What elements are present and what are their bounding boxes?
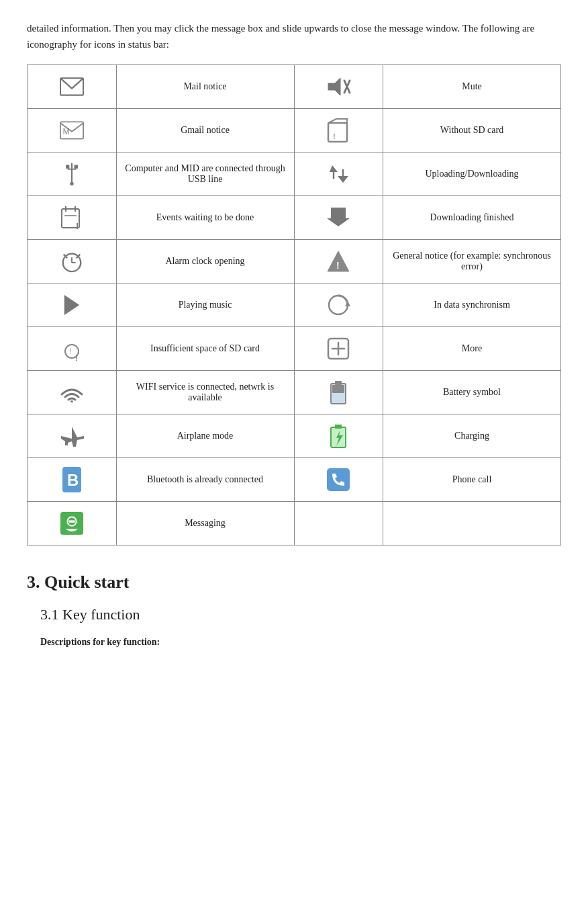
right-icon-cell xyxy=(294,327,383,371)
table-row: Messaging xyxy=(28,502,561,545)
section-3-title: 3. Quick start xyxy=(27,572,561,593)
right-icon xyxy=(300,203,378,232)
left-icon-cell xyxy=(28,240,117,283)
right-icon-cell xyxy=(294,65,383,109)
right-label-cell: Mute xyxy=(383,65,561,109)
table-row: !Events waiting to be doneDownloading fi… xyxy=(28,196,561,240)
svg-marker-13 xyxy=(330,165,338,172)
right-icon xyxy=(300,465,378,494)
left-label-cell: Playing music xyxy=(116,283,294,327)
left-icon: ! xyxy=(33,203,111,232)
left-icon xyxy=(33,159,111,189)
right-icon xyxy=(300,421,378,451)
left-icon: B xyxy=(33,465,111,494)
right-icon-cell xyxy=(294,196,383,240)
table-row: WIFI service is connected, netwrk is ava… xyxy=(28,371,561,414)
table-row: Airplane modeCharging xyxy=(28,414,561,458)
left-label-cell: Insufficient space of SD card xyxy=(116,327,294,371)
svg-marker-15 xyxy=(338,176,348,183)
svg-rect-11 xyxy=(74,165,77,169)
table-row: Playing musicIn data synchronism xyxy=(28,283,561,327)
svg-rect-10 xyxy=(66,165,69,169)
svg-rect-44 xyxy=(335,425,342,429)
svg-rect-42 xyxy=(332,385,344,393)
right-label-cell: In data synchronism xyxy=(383,283,561,327)
svg-text:!: ! xyxy=(333,132,336,140)
left-icon-cell: !! xyxy=(28,327,117,371)
right-icon-cell xyxy=(294,502,383,545)
svg-rect-41 xyxy=(335,381,342,385)
right-label-cell: Charging xyxy=(383,414,561,458)
right-label-cell xyxy=(383,502,561,545)
left-icon: !! xyxy=(33,334,111,363)
right-icon: ! xyxy=(300,247,378,276)
left-icon xyxy=(33,378,111,407)
svg-point-54 xyxy=(72,520,75,523)
table-row: MGmail notice!Without SD card xyxy=(28,109,561,152)
right-label-cell: Uploading/Downloading xyxy=(383,152,561,196)
svg-point-39 xyxy=(70,400,73,402)
svg-text:!: ! xyxy=(69,347,71,355)
desc-key-function: Descriptions for key function: xyxy=(40,637,561,648)
right-icon-cell xyxy=(294,371,383,414)
right-icon xyxy=(300,290,378,320)
svg-text:!: ! xyxy=(336,260,340,271)
left-label-cell: Alarm clock opening xyxy=(116,240,294,283)
right-label-cell: More xyxy=(383,327,561,371)
right-label-cell: Without SD card xyxy=(383,109,561,152)
left-icon xyxy=(33,421,111,451)
table-row: Computer and MID are connected through U… xyxy=(28,152,561,196)
right-label-cell: Battery symbol xyxy=(383,371,561,414)
svg-marker-22 xyxy=(327,208,350,226)
left-label-cell: Bluetooth is already connected xyxy=(116,458,294,502)
left-icon-cell xyxy=(28,371,117,414)
table-row: BBluetooth is already connectedPhone cal… xyxy=(28,458,561,502)
left-label-cell: Messaging xyxy=(116,502,294,545)
right-icon xyxy=(300,72,378,101)
left-label-cell: Mail notice xyxy=(116,65,294,109)
table-row: !!Insufficient space of SD cardMore xyxy=(28,327,561,371)
right-icon-cell xyxy=(294,152,383,196)
left-icon xyxy=(33,509,111,538)
left-icon-cell: ! xyxy=(28,196,117,240)
left-icon xyxy=(33,72,111,101)
right-icon-cell: ! xyxy=(294,240,383,283)
left-label-cell: Airplane mode xyxy=(116,414,294,458)
svg-text:B: B xyxy=(67,471,79,489)
left-icon-cell: B xyxy=(28,458,117,502)
right-icon xyxy=(300,378,378,407)
right-icon xyxy=(300,159,378,189)
right-icon: ! xyxy=(300,116,378,145)
svg-text:!: ! xyxy=(75,353,78,361)
left-icon-cell xyxy=(28,414,117,458)
left-icon xyxy=(33,247,111,276)
left-icon-cell xyxy=(28,65,117,109)
left-label-cell: Events waiting to be done xyxy=(116,196,294,240)
right-icon-cell xyxy=(294,458,383,502)
intro-paragraph: detailed information. Then you may click… xyxy=(27,20,561,52)
right-icon xyxy=(300,334,378,363)
left-icon: M xyxy=(33,116,111,145)
icon-table: Mail noticeMuteMGmail notice!Without SD … xyxy=(27,64,561,545)
left-icon-cell xyxy=(28,502,117,545)
right-icon-cell: ! xyxy=(294,109,383,152)
left-label-cell: WIFI service is connected, netwrk is ava… xyxy=(116,371,294,414)
left-label-cell: Gmail notice xyxy=(116,109,294,152)
left-icon-cell xyxy=(28,283,117,327)
svg-rect-48 xyxy=(327,468,350,491)
right-label-cell: Downloading finished xyxy=(383,196,561,240)
svg-point-12 xyxy=(70,182,73,185)
right-label-cell: Phone call xyxy=(383,458,561,502)
right-icon-cell xyxy=(294,414,383,458)
svg-rect-6 xyxy=(328,123,347,142)
left-label-cell: Computer and MID are connected through U… xyxy=(116,152,294,196)
left-icon xyxy=(33,290,111,320)
subsection-3-1-title: 3.1 Key function xyxy=(40,606,561,623)
right-icon-cell xyxy=(294,283,383,327)
svg-marker-30 xyxy=(64,295,80,315)
right-label-cell: General notice (for example: synchronous… xyxy=(383,240,561,283)
table-row: Alarm clock opening!General notice (for … xyxy=(28,240,561,283)
left-icon-cell xyxy=(28,152,117,196)
left-icon-cell: M xyxy=(28,109,117,152)
svg-marker-1 xyxy=(328,78,340,95)
